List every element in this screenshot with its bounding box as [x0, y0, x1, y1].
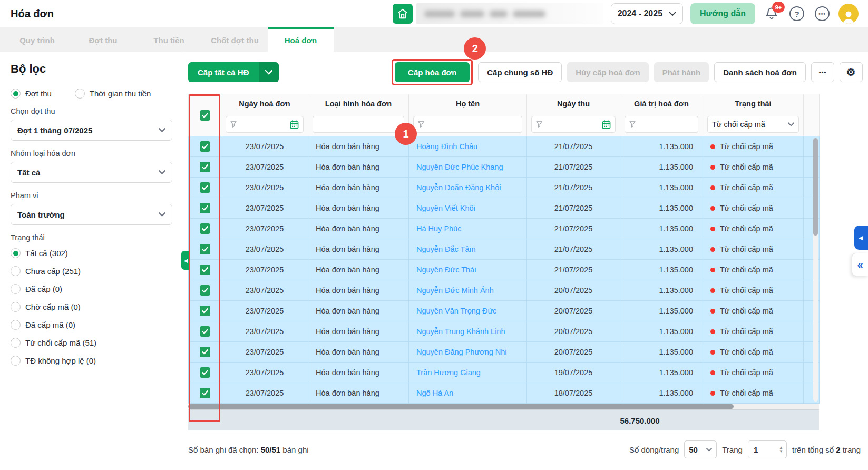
school-year-select[interactable]: 2024 - 2025: [611, 3, 683, 24]
row-checkbox[interactable]: [200, 162, 210, 172]
guide-button[interactable]: Hướng dẫn: [690, 3, 755, 24]
student-name-link[interactable]: Nguyễn Doãn Đăng Khôi: [416, 183, 501, 192]
avatar[interactable]: [838, 4, 859, 24]
table-row[interactable]: 23/07/2025 Hóa đơn bán hàng Nguyễn Đức P…: [189, 157, 820, 178]
student-name-link[interactable]: Nguyễn Đức Minh Ánh: [416, 286, 494, 295]
notifications-button[interactable]: 9+: [763, 5, 781, 23]
status-filter-select[interactable]: Từ chối cấp mã: [707, 116, 799, 133]
tab-item[interactable]: Thu tiền: [136, 27, 202, 52]
tab-active[interactable]: Hoá đơn: [268, 27, 334, 52]
table-row[interactable]: 23/07/2025 Hóa đơn bán hàng Nguyễn Trung…: [189, 321, 820, 342]
col-header-status[interactable]: Trạng thái: [703, 94, 804, 113]
horizontal-scrollbar[interactable]: [188, 404, 819, 409]
student-name-link[interactable]: Ngô Hà An: [416, 389, 453, 397]
invoice-date-filter[interactable]: [226, 116, 304, 133]
page-number-input[interactable]: 1 ▲ ▼: [748, 440, 787, 458]
name-filter[interactable]: [413, 116, 522, 133]
tab-item[interactable]: Quy trình: [4, 27, 70, 52]
row-checkbox[interactable]: [200, 306, 210, 316]
student-name-link[interactable]: Nguyễn Văn Trọng Đức: [416, 307, 496, 315]
more-button[interactable]: •••: [813, 5, 831, 23]
table-row[interactable]: 23/07/2025 Hóa đơn bán hàng Nguyễn Đức T…: [189, 260, 820, 280]
more-actions-button[interactable]: •••: [811, 62, 834, 82]
amount-filter[interactable]: [625, 116, 698, 133]
status-radio[interactable]: Chưa cấp (251): [11, 266, 172, 276]
filter-select[interactable]: Đợt 1 tháng 07/2025: [11, 120, 172, 141]
row-checkbox[interactable]: [200, 347, 210, 357]
row-checkbox[interactable]: [200, 326, 210, 337]
col-header-invoice-date[interactable]: Ngày hoá đơn: [221, 94, 308, 113]
sidebar-collapse-handle[interactable]: ◀: [181, 251, 190, 270]
table-row[interactable]: 23/07/2025 Hóa đơn bán hàng Hoàng Đình C…: [189, 136, 820, 157]
amount-cell: 1.135.000: [620, 321, 703, 342]
student-name-link[interactable]: Nguyễn Đức Thái: [416, 266, 476, 274]
status-radio[interactable]: Từ chối cấp mã (51): [11, 338, 172, 348]
table-row[interactable]: 23/07/2025 Hóa đơn bán hàng Trần Hương G…: [189, 363, 820, 383]
student-name-link[interactable]: Nguyễn Đắc Tâm: [416, 245, 476, 253]
student-name-link[interactable]: Hà Huy Phúc: [416, 224, 461, 233]
row-checkbox[interactable]: [200, 203, 210, 213]
grid-footer: Số bản ghi đã chọn: 50/51 bản ghi Số dòn…: [188, 440, 863, 458]
status-radio[interactable]: Chờ cấp mã (0): [11, 302, 172, 312]
student-name-link[interactable]: Nguyễn Đức Phúc Khang: [416, 163, 503, 171]
tab-item[interactable]: Đợt thu: [70, 27, 136, 52]
table-row[interactable]: 23/07/2025 Hóa đơn bán hàng Nguyễn Đức M…: [189, 280, 820, 301]
col-header-type[interactable]: Loại hình hóa đơn: [308, 94, 409, 113]
student-name-link[interactable]: Nguyễn Đăng Phương Nhi: [416, 348, 507, 356]
filter-select[interactable]: Toàn trường: [11, 204, 172, 225]
row-checkbox[interactable]: [200, 265, 210, 275]
table-row[interactable]: 23/07/2025 Hóa đơn bán hàng Hà Huy Phúc …: [189, 219, 820, 239]
row-checkbox[interactable]: [200, 367, 210, 378]
table-row[interactable]: 23/07/2025 Hóa đơn bán hàng Nguyễn Đắc T…: [189, 239, 820, 260]
col-header-name[interactable]: Họ tên: [409, 94, 527, 113]
issue-common-number-button[interactable]: Cấp chung số HĐ: [478, 62, 562, 82]
student-name-link[interactable]: Nguyễn Trung Khánh Linh: [416, 327, 505, 336]
row-checkbox[interactable]: [200, 223, 210, 234]
student-name-link[interactable]: Hoàng Đình Châu: [416, 142, 477, 151]
status-radio[interactable]: Đã cấp mã (0): [11, 320, 172, 330]
table-row[interactable]: 23/07/2025 Hóa đơn bán hàng Nguyễn Đăng …: [189, 342, 820, 363]
right-panel-toggle-button[interactable]: ◀: [854, 226, 868, 250]
settings-button[interactable]: ⚙: [840, 62, 863, 82]
table-row[interactable]: 23/07/2025 Hóa đơn bán hàng Nguyễn Doãn …: [189, 178, 820, 198]
invoice-date-cell: 23/07/2025: [221, 157, 308, 178]
issue-all-split-button: Cấp tất cả HĐ: [188, 62, 279, 82]
student-name-link[interactable]: Trần Hương Giang: [416, 368, 481, 377]
amount-cell: 1.135.000: [620, 136, 703, 157]
school-name-masked[interactable]: [416, 3, 603, 24]
table-row[interactable]: 23/07/2025 Hóa đơn bán hàng Nguyễn Viết …: [189, 198, 820, 219]
status-radio[interactable]: Tất cả (302): [11, 248, 172, 258]
student-name-link[interactable]: Nguyễn Viết Khôi: [416, 204, 475, 212]
select-all-checkbox[interactable]: [200, 110, 210, 121]
vertical-scrollbar[interactable]: [813, 138, 818, 402]
tab-item[interactable]: Chốt đợt thu: [202, 27, 268, 52]
home-button[interactable]: [393, 4, 413, 24]
row-checkbox[interactable]: [200, 285, 210, 296]
page-spinner[interactable]: ▲ ▼: [779, 446, 783, 453]
row-checkbox[interactable]: [200, 141, 210, 152]
invoice-type-cell: Hóa đơn bán hàng: [308, 301, 409, 321]
col-header-amount[interactable]: Giá trị hoá đơn: [620, 94, 703, 113]
row-checkbox[interactable]: [200, 244, 210, 254]
col-header-collect-date[interactable]: Ngày thu: [527, 94, 620, 113]
issue-invoice-button[interactable]: Cấp hóa đơn: [395, 62, 470, 82]
issue-all-button[interactable]: Cấp tất cả HĐ: [188, 62, 259, 82]
rows-per-page-select[interactable]: 50: [684, 440, 717, 458]
invoice-type-cell: Hóa đơn bán hàng: [308, 136, 409, 157]
help-button[interactable]: ?: [788, 5, 806, 23]
invoice-list-button[interactable]: Danh sách hoá đơn: [714, 62, 806, 82]
status-radio[interactable]: TĐ không hợp lệ (0): [11, 356, 172, 366]
row-checkbox[interactable]: [200, 388, 210, 398]
row-checkbox[interactable]: [200, 182, 210, 193]
table-row[interactable]: 23/07/2025 Hóa đơn bán hàng Ngô Hà An 18…: [189, 383, 820, 404]
status-radio[interactable]: Đã cấp (0): [11, 284, 172, 294]
filter-select[interactable]: Tất cả: [11, 162, 172, 183]
table-row[interactable]: 23/07/2025 Hóa đơn bán hàng Nguyễn Văn T…: [189, 301, 820, 321]
type-filter[interactable]: [313, 116, 404, 133]
radio-option[interactable]: Đợt thu: [11, 89, 52, 99]
radio-option[interactable]: Thời gian thu tiền: [75, 89, 151, 99]
collect-date-filter[interactable]: [531, 116, 616, 133]
expand-panel-button[interactable]: «: [852, 253, 868, 276]
issue-all-dropdown-button[interactable]: [259, 62, 279, 82]
annotation-box-issue-button: Cấp hóa đơn 2: [392, 59, 473, 85]
